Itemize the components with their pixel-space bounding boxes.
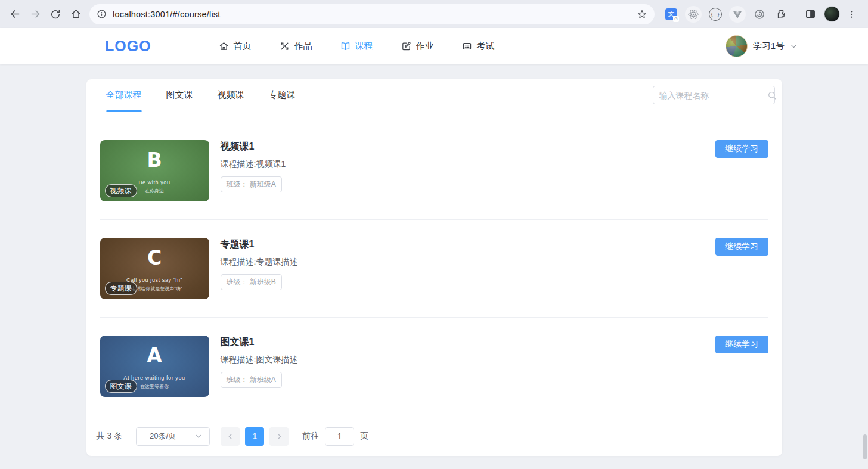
thumbnail-letter: B bbox=[147, 148, 162, 172]
nav-item-works[interactable]: 作品 bbox=[280, 41, 312, 52]
exam-icon bbox=[462, 41, 472, 51]
tab-text-course[interactable]: 图文课 bbox=[166, 79, 193, 111]
browser-toolbar: localhost:3001/#/course/list 文G {··} bbox=[0, 0, 868, 28]
pagination-page-1[interactable]: 1 bbox=[245, 427, 264, 446]
nav-item-exam[interactable]: 考试 bbox=[462, 41, 495, 52]
class-badge: 班级： 新班级A bbox=[221, 372, 282, 388]
course-thumbnail[interactable]: B Be with you 在你身边 视频课 bbox=[100, 140, 209, 201]
thumbnail-caption-en: Be with you bbox=[138, 179, 170, 185]
nav-item-label: 作品 bbox=[294, 41, 312, 52]
course-icon bbox=[340, 41, 351, 51]
continue-study-button[interactable]: 继续学习 bbox=[715, 140, 768, 158]
extensions-tray: 文G {··} bbox=[663, 6, 790, 23]
translate-extension-icon[interactable]: 文G bbox=[663, 6, 680, 23]
course-description: 课程描述:图文课描述 bbox=[221, 355, 298, 365]
class-badge: 班级： 新班级A bbox=[221, 176, 282, 192]
nav-item-homework[interactable]: 作业 bbox=[401, 41, 434, 52]
course-row: B Be with you 在你身边 视频课 视频课1 课程描述:视频课1 班级… bbox=[100, 111, 768, 219]
side-panel-icon[interactable] bbox=[800, 4, 820, 24]
continue-study-button[interactable]: 继续学习 bbox=[715, 336, 768, 353]
bookmark-star-icon[interactable] bbox=[637, 9, 647, 20]
search-input[interactable] bbox=[659, 91, 767, 100]
react-devtools-icon[interactable] bbox=[685, 6, 702, 23]
course-title[interactable]: 专题课1 bbox=[221, 238, 298, 251]
pagination-prev-icon[interactable] bbox=[221, 427, 240, 446]
chevron-down-icon bbox=[195, 433, 202, 440]
scrollbar-thumb[interactable] bbox=[863, 434, 867, 459]
browser-reload-icon[interactable] bbox=[45, 4, 66, 24]
page-size-value: 20条/页 bbox=[150, 431, 176, 442]
nav-item-course[interactable]: 课程 bbox=[340, 41, 373, 52]
tab-topic-course[interactable]: 专题课 bbox=[269, 79, 296, 111]
goto-page-input[interactable] bbox=[325, 427, 354, 446]
course-description: 课程描述:视频课1 bbox=[221, 159, 286, 170]
chevron-down-icon bbox=[790, 42, 798, 50]
homework-icon bbox=[401, 41, 411, 51]
course-row: C Call you just say “hi” 打电话给你就是想说声“嗨” 专… bbox=[100, 219, 768, 317]
tab-all-courses[interactable]: 全部课程 bbox=[106, 79, 142, 111]
toolbar-separator bbox=[795, 8, 795, 20]
browser-back-icon[interactable] bbox=[5, 4, 25, 24]
json-viewer-extension-icon[interactable]: {··} bbox=[707, 6, 724, 23]
pagination-next-icon[interactable] bbox=[269, 427, 289, 446]
nav-item-label: 考试 bbox=[477, 41, 495, 52]
course-info: 专题课1 课程描述:专题课描述 班级： 新班级B bbox=[221, 238, 298, 290]
continue-study-button[interactable]: 继续学习 bbox=[715, 238, 768, 256]
site-header: LOGO 首页 作品 课程 作业 bbox=[0, 28, 868, 64]
address-bar[interactable]: localhost:3001/#/course/list bbox=[89, 4, 655, 24]
extensions-puzzle-icon[interactable] bbox=[773, 6, 790, 23]
course-type-tag: 专题课 bbox=[105, 282, 137, 295]
course-title[interactable]: 视频课1 bbox=[221, 141, 286, 153]
course-search[interactable] bbox=[653, 86, 775, 104]
user-menu[interactable]: 学习1号 bbox=[726, 35, 798, 57]
course-row: A At here waiting for you 在这里等着你 图文课 图文课… bbox=[100, 317, 768, 415]
recorder-extension-icon[interactable] bbox=[751, 6, 768, 23]
thumbnail-letter: C bbox=[147, 246, 162, 269]
course-description: 课程描述:专题课描述 bbox=[221, 257, 298, 268]
site-logo[interactable]: LOGO bbox=[105, 38, 151, 55]
user-avatar bbox=[726, 35, 748, 57]
nav-item-label: 课程 bbox=[355, 41, 373, 52]
browser-forward-icon[interactable] bbox=[25, 4, 45, 24]
thumbnail-caption-en: Call you just say “hi” bbox=[126, 277, 182, 283]
course-type-tag: 图文课 bbox=[105, 380, 137, 393]
course-info: 视频课1 课程描述:视频课1 班级： 新班级A bbox=[221, 140, 286, 192]
url-text[interactable]: localhost:3001/#/course/list bbox=[113, 10, 637, 19]
course-list-panel: 全部课程 图文课 视频课 专题课 B Be with you 在你身边 视频课 … bbox=[86, 79, 782, 456]
class-badge: 班级： 新班级B bbox=[221, 274, 282, 290]
thumbnail-caption-zh: 在这里等着你 bbox=[140, 383, 169, 390]
browser-profile-avatar[interactable] bbox=[822, 4, 842, 24]
search-icon[interactable] bbox=[767, 91, 777, 100]
thumbnail-caption-zh: 在你身边 bbox=[145, 188, 164, 194]
vue-devtools-icon[interactable] bbox=[729, 6, 746, 23]
main-nav: 首页 作品 课程 作业 考试 bbox=[219, 41, 495, 52]
page-size-select[interactable]: 20条/页 bbox=[136, 427, 210, 446]
nav-item-label: 作业 bbox=[416, 41, 434, 52]
course-type-tag: 视频课 bbox=[105, 184, 137, 197]
page-unit-label: 页 bbox=[360, 431, 368, 442]
works-icon bbox=[280, 41, 290, 51]
site-info-icon[interactable] bbox=[97, 9, 107, 19]
browser-menu-kebab-icon[interactable] bbox=[842, 4, 862, 24]
home-icon bbox=[219, 41, 229, 51]
course-title[interactable]: 图文课1 bbox=[221, 336, 298, 349]
thumbnail-letter: A bbox=[147, 344, 162, 367]
course-info: 图文课1 课程描述:图文课描述 班级： 新班级A bbox=[221, 336, 298, 388]
course-tabs: 全部课程 图文课 视频课 专题课 bbox=[86, 79, 782, 111]
course-thumbnail[interactable]: C Call you just say “hi” 打电话给你就是想说声“嗨” 专… bbox=[100, 238, 209, 299]
user-name: 学习1号 bbox=[753, 41, 785, 52]
course-thumbnail[interactable]: A At here waiting for you 在这里等着你 图文课 bbox=[100, 336, 209, 397]
nav-item-home[interactable]: 首页 bbox=[219, 41, 252, 52]
goto-label: 前往 bbox=[302, 431, 319, 442]
nav-item-label: 首页 bbox=[234, 41, 252, 52]
tab-video-course[interactable]: 视频课 bbox=[218, 79, 244, 111]
browser-home-icon[interactable] bbox=[66, 4, 86, 24]
pagination-total: 共 3 条 bbox=[97, 431, 123, 442]
pagination-bar: 共 3 条 20条/页 1 前往 页 bbox=[86, 415, 782, 457]
